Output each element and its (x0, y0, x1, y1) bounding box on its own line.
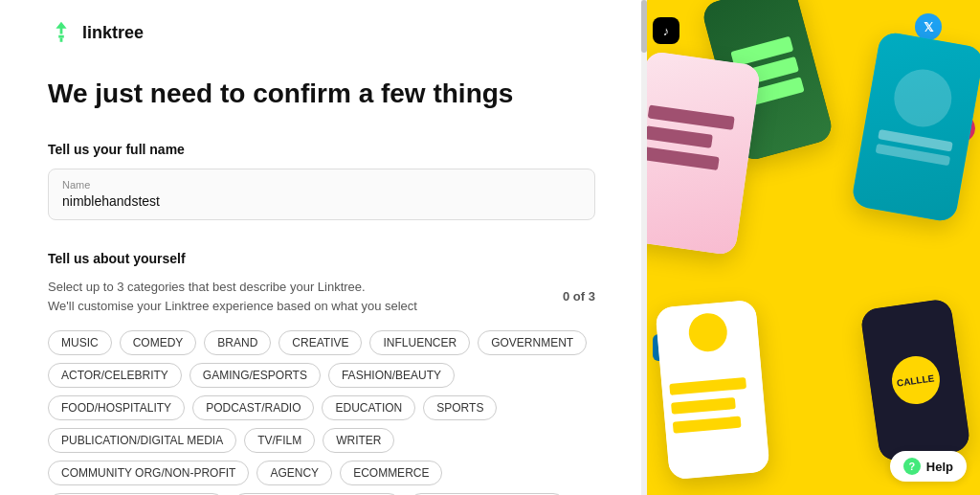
tag-item[interactable]: GAMING/ESPORTS (189, 363, 321, 388)
tag-item[interactable]: MUSIC (48, 330, 112, 355)
tag-item[interactable]: FASHION/BEAUTY (328, 363, 455, 388)
name-input-wrapper: Name (48, 169, 595, 220)
about-desc1: Select up to 3 categories that best desc… (48, 278, 417, 297)
about-desc-wrapper: Select up to 3 categories that best desc… (48, 278, 417, 315)
tags-container: MUSICCOMEDYBRANDCREATIVEINFLUENCERGOVERN… (48, 330, 595, 495)
tag-item[interactable]: GOVERNMENT (478, 330, 587, 355)
about-desc2: We'll customise your Linktree experience… (48, 297, 417, 316)
scrollbar-thumb[interactable] (641, 0, 647, 53)
phones-container: ♪ 𝕏 📷 f in ▶ (643, 0, 980, 495)
tag-item[interactable]: ECOMMERCE (340, 461, 442, 485)
tag-item[interactable]: CREATIVE (278, 330, 362, 355)
white-bar-3 (673, 416, 742, 434)
pink-bars (643, 104, 745, 172)
tag-item[interactable]: PODCAST/RADIO (192, 395, 314, 420)
tag-item[interactable]: WRITER (323, 428, 394, 453)
white-bars (669, 376, 758, 434)
tag-item[interactable]: FOOD/HOSPITALITY (48, 395, 185, 420)
tag-item[interactable]: BRAND (204, 330, 271, 355)
tiktok-icon: ♪ (653, 17, 679, 44)
help-icon: ? (903, 458, 921, 475)
count-row: Select up to 3 categories that best desc… (48, 278, 595, 315)
phone-cyan (851, 31, 980, 223)
tag-item[interactable]: PUBLICATION/DIGITAL MEDIA (48, 428, 236, 453)
logo: linktree (48, 19, 595, 46)
phone-dark: CALLLE (859, 298, 970, 462)
selection-count: 0 of 3 (563, 289, 595, 304)
pink-bar-2 (645, 125, 713, 148)
page-title: We just need to confirm a few things (48, 77, 595, 111)
tag-item[interactable]: INFLUENCER (369, 330, 470, 355)
white-avatar (687, 312, 728, 353)
phone-cyan-screen (851, 31, 980, 223)
phone-pink-screen (643, 51, 761, 257)
tag-item[interactable]: COMMUNITY ORG/NON-PROFIT (48, 461, 249, 485)
help-label: Help (926, 460, 953, 474)
cyan-avatar (890, 65, 957, 132)
white-bar-1 (669, 377, 746, 395)
pink-bar-1 (648, 104, 735, 129)
logo-text: linktree (82, 23, 144, 43)
linktree-logo-icon (48, 19, 75, 46)
about-section-label: Tell us about yourself (48, 251, 595, 266)
name-input-label: Name (62, 179, 581, 191)
about-section: Tell us about yourself Select up to 3 ca… (48, 251, 595, 315)
tag-item[interactable]: EDUCATION (322, 395, 415, 420)
left-panel: linktree We just need to confirm a few t… (0, 0, 643, 495)
pink-bar-3 (643, 146, 720, 170)
phone-white-screen (655, 300, 769, 480)
name-input[interactable] (62, 193, 581, 209)
tag-item[interactable]: COMEDY (120, 330, 197, 355)
tag-item[interactable]: TV/FILM (244, 428, 315, 453)
right-panel: ♪ 𝕏 📷 f in ▶ (643, 0, 980, 495)
tag-item[interactable]: AGENCY (256, 461, 332, 485)
tag-item[interactable]: SPORTS (423, 395, 497, 420)
name-section-label: Tell us your full name (48, 142, 595, 157)
help-button[interactable]: ? Help (890, 451, 967, 482)
tag-item[interactable]: ACTOR/CELEBRITY (48, 363, 182, 388)
dark-logo-badge: CALLLE (888, 353, 942, 407)
phone-white (655, 300, 769, 480)
phone-dark-screen: CALLLE (859, 298, 970, 462)
scrollbar-track[interactable] (641, 0, 647, 495)
phone-pink (643, 51, 761, 257)
white-bar-2 (671, 397, 736, 415)
